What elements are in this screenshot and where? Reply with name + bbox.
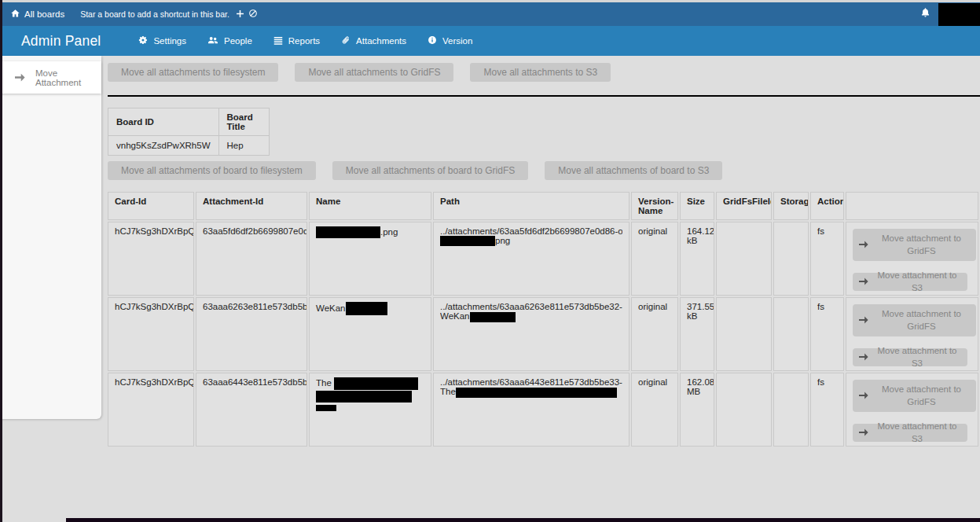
board-table: Board ID Board Title vnhg5KsZsdPwXRh5W H… [108,108,270,156]
arrow-right-icon [859,353,868,362]
path-cell: ../attachments/63aaa6263e811e573db5be32-… [433,297,629,371]
all-boards-link[interactable]: All boards [10,9,64,20]
attachment-id-cell: 63aaa6263e811e573db5be32 [196,297,307,371]
version-name-cell: original [631,297,678,371]
storage-header: Storage [773,192,809,220]
redacted-text [456,388,617,398]
nav-attachments-label: Attachments [356,36,406,46]
card-id-cell: hCJ7kSg3hDXrBpQQa [108,222,194,296]
card-id-header: Card-Id [108,192,194,220]
move-board-to-gridfs-button[interactable]: Move all attachments of board to GridFS [332,161,528,180]
redacted-text [334,377,418,390]
main-content: Move all attachments to filesystem Move … [108,56,980,448]
sidebar: Move Attachment [0,56,101,419]
action-header: Action [810,192,844,220]
ban-icon[interactable] [248,7,258,21]
move-all-to-s3-button[interactable]: Move all attachments to S3 [470,63,611,82]
storage-cell [773,222,809,296]
version-name-cell: original [631,373,678,447]
action-cell: fs [810,373,844,447]
redacted-text [470,312,516,322]
home-icon [10,9,20,20]
sidebar-item-move-attachment[interactable]: Move Attachment [0,61,101,94]
gridfsfileid-cell [716,222,772,296]
move-attachment-to-s3-button[interactable]: Move attachment to S3 [853,273,967,291]
version-name-header: Version-Name [631,192,678,220]
move-attachment-to-s3-button[interactable]: Move attachment to S3 [853,348,967,366]
nav-settings-label: Settings [153,36,186,46]
redacted-text [316,391,412,403]
board-row: vnhg5KsZsdPwXRh5W Hep [108,136,270,156]
redacted-text [316,226,380,238]
global-actions: Move all attachments to filesystem Move … [108,63,980,82]
arrow-right-icon [859,316,868,325]
attachment-row: hCJ7kSg3hDXrBpQQa 63aa5fd6df2b6699807e0d… [108,222,978,296]
move-attachment-to-s3-button[interactable]: Move attachment to S3 [853,424,967,442]
size-header: Size [680,192,714,220]
page-title: Admin Panel [21,33,101,50]
name-cell: .png [309,222,431,296]
nav-people[interactable]: People [207,35,252,46]
arrow-right-icon [859,392,868,401]
row-buttons-cell: Move attachment to GridFS Move attachmen… [846,373,978,447]
path-cell: ../attachments/63aa5fd6df2b6699807e0d86-… [433,222,629,296]
nav-people-label: People [224,36,252,46]
admin-nav: Settings People Reports Attachments [138,35,472,47]
action-cell: fs [810,297,844,371]
nav-reports-label: Reports [288,36,320,46]
all-boards-label: All boards [24,9,64,19]
paperclip-icon [341,35,351,47]
size-cell: 162.08 MB [680,373,714,447]
attachment-id-cell: 63aaa6443e811e573db5be33 [196,373,307,447]
redacted-text [440,236,495,246]
notifications-bell-icon[interactable] [920,7,930,21]
add-shortcut-plus-icon[interactable] [236,7,244,21]
buttons-header [846,192,978,220]
gear-icon [138,35,148,46]
move-attachment-to-gridfs-button[interactable]: Move attachment to GridFS [853,304,976,336]
people-icon [207,35,218,46]
move-attachment-to-gridfs-button[interactable]: Move attachment to GridFS [853,229,976,261]
move-all-to-filesystem-button[interactable]: Move all attachments to filesystem [108,63,278,82]
nav-version-label: Version [442,36,472,46]
path-header: Path [433,192,629,220]
list-icon [273,36,283,46]
move-all-to-gridfs-button[interactable]: Move all attachments to GridFS [295,63,453,82]
board-title-cell: Hep [218,136,269,156]
redacted-text [316,405,336,411]
board-id-header: Board ID [108,108,219,136]
move-attachment-to-gridfs-button[interactable]: Move attachment to GridFS [853,380,976,412]
admin-nav-bar: Admin Panel Settings People Reports [0,26,980,56]
move-board-to-s3-button[interactable]: Move all attachments of board to S3 [545,161,722,180]
attachment-id-header: Attachment-Id [196,192,307,220]
row-buttons-cell: Move attachment to GridFS Move attachmen… [846,222,978,296]
card-id-cell: hCJ7kSg3hDXrBpQQa [108,297,194,371]
board-actions: Move all attachments of board to filesys… [108,161,980,180]
sidebar-item-label: Move Attachment [35,68,101,87]
board-id-cell: vnhg5KsZsdPwXRh5W [108,136,219,156]
arrow-right-icon [859,278,868,287]
attachment-row: hCJ7kSg3hDXrBpQQa 63aaa6443e811e573db5be… [108,373,978,447]
name-cell: WeKan [309,297,431,371]
nav-settings[interactable]: Settings [138,35,186,46]
nav-version[interactable]: Version [428,35,472,46]
attachment-row: hCJ7kSg3hDXrBpQQa 63aaa6263e811e573db5be… [108,297,978,371]
attachment-id-cell: 63aa5fd6df2b6699807e0d86 [196,222,307,296]
nav-reports[interactable]: Reports [273,36,320,46]
attachments-table: Card-Id Attachment-Id Name Path Version-… [106,190,980,448]
board-title-header: Board Title [218,108,269,136]
top-bar: All boards Star a board to add a shortcu… [0,2,980,26]
wekan-admin-panel: All boards Star a board to add a shortcu… [0,0,980,522]
move-board-to-filesystem-button[interactable]: Move all attachments of board to filesys… [108,161,316,180]
gridfsfileid-cell [716,297,772,371]
storage-cell [773,297,809,371]
nav-attachments[interactable]: Attachments [341,35,406,47]
redacted-user-avatar[interactable] [938,3,980,26]
arrow-right-icon [859,241,868,250]
storage-cell [773,373,809,447]
gridfsfileid-cell [716,373,772,447]
name-cell: The [309,373,431,447]
arrow-right-icon [15,71,25,85]
row-buttons-cell: Move attachment to GridFS Move attachmen… [846,297,978,371]
path-cell: ../attachments/63aaa6443e811e573db5be33-… [433,373,629,447]
